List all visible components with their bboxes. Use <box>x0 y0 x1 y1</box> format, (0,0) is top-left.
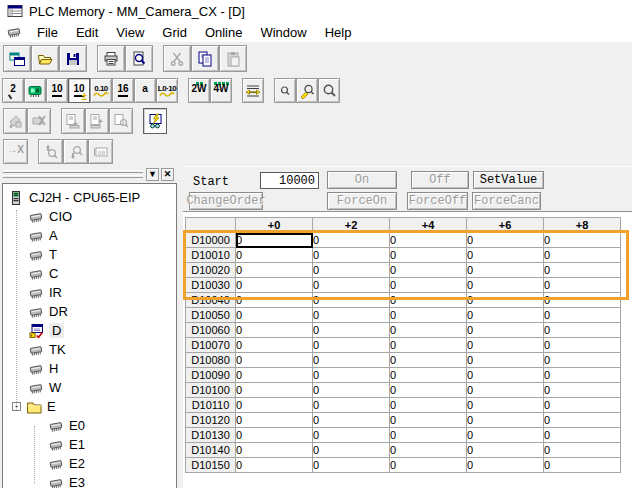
grid-cell[interactable]: 0 <box>236 338 313 353</box>
grid-cell[interactable]: 0 <box>313 458 390 473</box>
tree-item-e1[interactable]: E1 <box>3 435 176 454</box>
grid-cell[interactable]: 0 <box>467 323 544 338</box>
grid-cell[interactable]: 0 <box>544 413 621 428</box>
tree-item-e2[interactable]: E2 <box>3 454 176 473</box>
grid-cell[interactable]: 0 <box>467 278 544 293</box>
floating-point-button[interactable]: 0.10 <box>90 78 112 103</box>
grid-cell[interactable]: 0 <box>236 443 313 458</box>
grid-cell[interactable]: 0 <box>544 443 621 458</box>
grid-cell[interactable]: 0 <box>467 308 544 323</box>
menu-item-window[interactable]: Window <box>251 23 315 42</box>
setvalue-button[interactable]: SetValue <box>473 171 544 189</box>
grid-cell[interactable]: 0 <box>467 233 544 248</box>
tree-item-tk[interactable]: TK <box>3 340 176 359</box>
double-float-button[interactable]: L0·10 <box>156 78 178 103</box>
grid-cell[interactable]: 0 <box>544 323 621 338</box>
grid-cell[interactable]: 0 <box>467 353 544 368</box>
grid-cell[interactable]: 0 <box>467 293 544 308</box>
grid-cell[interactable]: 0 <box>313 323 390 338</box>
grid-cell[interactable]: 0 <box>313 278 390 293</box>
find-next-button[interactable] <box>63 139 88 164</box>
grid-cell[interactable]: 0 <box>390 353 467 368</box>
clear-memory-button[interactable] <box>27 108 51 134</box>
grid-cell[interactable]: 0 <box>544 383 621 398</box>
grid-cell[interactable]: 0 <box>313 383 390 398</box>
grid-cell[interactable]: 0 <box>236 458 313 473</box>
menu-item-view[interactable]: View <box>107 23 153 42</box>
row-header[interactable]: D10100 <box>186 383 236 398</box>
grid-cell[interactable]: 0 <box>390 458 467 473</box>
decimal-button[interactable]: 10 <box>46 78 68 103</box>
grid-cell[interactable]: 0 <box>313 233 390 248</box>
transfer-from-plc-button[interactable] <box>85 108 109 134</box>
grid-cell[interactable]: 0 <box>236 353 313 368</box>
grid-cell[interactable]: 0 <box>236 413 313 428</box>
row-header[interactable]: D10090 <box>186 368 236 383</box>
grid-cell[interactable]: 0 <box>236 293 313 308</box>
copy-button[interactable] <box>191 45 219 72</box>
tree-item-h[interactable]: H <box>3 359 176 378</box>
grid-cell[interactable]: 0 <box>390 308 467 323</box>
row-header[interactable]: D10050 <box>186 308 236 323</box>
open-button[interactable] <box>31 45 59 72</box>
grid-cell[interactable]: 0 <box>544 398 621 413</box>
tree-item-w[interactable]: W <box>3 378 176 397</box>
address-width-button[interactable] <box>242 78 264 103</box>
tree-item-e[interactable]: -E <box>3 397 176 416</box>
row-header[interactable]: D10060 <box>186 323 236 338</box>
grid-cell[interactable]: 0 <box>467 248 544 263</box>
paste-button[interactable] <box>219 45 247 72</box>
row-header[interactable]: D10150 <box>186 458 236 473</box>
grid-cell[interactable]: 0 <box>313 368 390 383</box>
grid-cell[interactable]: 0 <box>236 323 313 338</box>
grid-cell[interactable]: 0 <box>390 413 467 428</box>
tree-item-cio[interactable]: CIO <box>3 207 176 226</box>
menu-item-help[interactable]: Help <box>316 23 361 42</box>
grid-cell[interactable]: 0 <box>467 443 544 458</box>
grid-cell[interactable]: 0 <box>467 458 544 473</box>
tree-item-root[interactable]: CJ2H - CPU65-EIP <box>3 188 176 207</box>
grid-cell[interactable]: 0 <box>544 308 621 323</box>
start-address-input[interactable] <box>260 172 319 189</box>
two-word-button[interactable]: 2W <box>188 78 210 103</box>
grid-cell[interactable]: 0 <box>236 308 313 323</box>
grid-cell[interactable]: 0 <box>544 458 621 473</box>
row-header[interactable]: D10120 <box>186 413 236 428</box>
grid-cell[interactable]: 0 <box>544 368 621 383</box>
grid-cell[interactable]: 0 <box>390 248 467 263</box>
grid-cell[interactable]: 0 <box>390 428 467 443</box>
grid-cell[interactable]: 0 <box>544 428 621 443</box>
hex-button[interactable]: 16 <box>112 78 134 103</box>
row-header[interactable]: D10080 <box>186 353 236 368</box>
grid-cell[interactable]: 0 <box>313 338 390 353</box>
grid-cell[interactable]: 0 <box>467 383 544 398</box>
grid-cell[interactable]: 0 <box>390 233 467 248</box>
tree-item-c[interactable]: C <box>3 264 176 283</box>
monitor-button[interactable] <box>143 108 167 134</box>
grid-cell[interactable]: 0 <box>236 263 313 278</box>
tree-item-dr[interactable]: DR <box>3 302 176 321</box>
grid-cell[interactable]: 0 <box>313 443 390 458</box>
grid-cell[interactable]: 0 <box>236 233 313 248</box>
row-header[interactable]: D10000 <box>186 233 236 248</box>
text-button[interactable]: a <box>134 78 156 103</box>
grid-cell[interactable]: 0 <box>467 413 544 428</box>
grid-cell[interactable]: 0 <box>544 338 621 353</box>
row-header[interactable]: D10020 <box>186 263 236 278</box>
grid-cell[interactable]: 0 <box>467 263 544 278</box>
row-header[interactable]: D10070 <box>186 338 236 353</box>
off-button[interactable]: Off <box>411 171 469 189</box>
tree-item-a[interactable]: A <box>3 226 176 245</box>
grid-cell[interactable]: 0 <box>236 248 313 263</box>
row-header[interactable]: D10030 <box>186 278 236 293</box>
grid-cell[interactable]: 0 <box>390 383 467 398</box>
grid-cell[interactable]: 0 <box>544 263 621 278</box>
cut-button[interactable] <box>163 45 191 72</box>
grid-cell[interactable]: 0 <box>313 308 390 323</box>
zoom-custom-button[interactable] <box>296 78 318 103</box>
signed-decimal-button[interactable]: 10± <box>68 78 90 103</box>
forcecanc-button[interactable]: ForceCanc <box>472 192 541 210</box>
grid-cell[interactable]: 0 <box>236 278 313 293</box>
grid-cell[interactable]: 0 <box>390 443 467 458</box>
row-header[interactable]: D10010 <box>186 248 236 263</box>
